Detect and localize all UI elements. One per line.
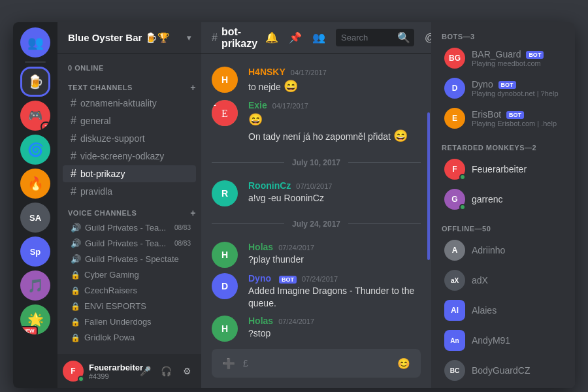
channel-name: bot-prikazy (221, 26, 257, 50)
text-channels-header[interactable]: TEXT CHANNELS + (57, 80, 201, 94)
message-text-holas2: ?stop (248, 327, 421, 340)
pin-icon[interactable]: 📌 (289, 31, 302, 44)
message-text-dyno: Added Imagine Dragons - Thunder to the q… (248, 285, 421, 310)
hash-icon: # (71, 97, 76, 109)
add-channel-icon[interactable]: + (190, 82, 196, 93)
member-info-dyno: Dyno BOT Playing dynobot.net | ?help (472, 79, 559, 97)
user-controls: 🎤 🎧 ⚙ (136, 362, 196, 380)
server-notification-badge: 1 (41, 122, 50, 131)
bell-icon[interactable]: 🔔 (265, 31, 278, 44)
member-brokolicek[interactable]: Br Brokolicek (436, 386, 570, 388)
member-andym91[interactable]: An AndyM91 (436, 326, 570, 355)
scroll-indicator (427, 112, 430, 260)
new-server-badge: NEW (20, 326, 38, 335)
author-h4nsky[interactable]: H4NSKY (248, 67, 286, 77)
message-dyno: D Dyno BOT 07/24/2017 Added Imagine Drag… (201, 270, 431, 313)
avatar-barguard: BG (444, 48, 465, 69)
server-list-divider (25, 61, 46, 63)
messages-area: H H4NSKY 04/17/2017 to nejde 😄 E (201, 54, 431, 349)
member-bodyguardcz[interactable]: BC BodyGuardCZ (436, 356, 570, 385)
server-icon-blue-oyster-bar[interactable]: 🍺 (20, 67, 50, 97)
message-text-roonincz: a!vg -eu RooninCz (248, 192, 421, 205)
author-dyno[interactable]: Dyno (248, 273, 271, 284)
lock-icon: 🔒 (71, 270, 80, 280)
member-status-erisbot: Playing Erisbot.com | .help (472, 120, 557, 127)
avatar-dyno: D (212, 273, 238, 299)
speaker-icon: 🔊 (71, 254, 81, 264)
message-text-h4nsky: to nejde 😄 (248, 78, 421, 95)
search-input[interactable] (341, 33, 393, 42)
server-icon-home[interactable]: 👥 (20, 27, 50, 57)
server-icon-5[interactable]: SA (20, 203, 50, 233)
add-voice-channel-icon[interactable]: + (190, 208, 196, 218)
member-erisbot[interactable]: E ErisBot BOT Playing Erisbot.com | .hel… (436, 104, 570, 133)
author-holas-2[interactable]: Holas (248, 316, 273, 326)
voice-channel-envi[interactable]: 🔒 ENVi ESPORTS (63, 299, 196, 314)
avatar-exie: E (212, 100, 238, 126)
section-header-monkeys: RETARDED MONKEYS—2 (431, 133, 575, 154)
online-dot-garrenc (459, 204, 466, 210)
message-holas-1: H Holas 07/24/2017 ?play thunder (201, 239, 431, 270)
microphone-button[interactable]: 🎤 (136, 362, 154, 380)
lock-icon: 🔒 (71, 333, 80, 342)
channel-hash: # (212, 32, 218, 44)
member-info-erisbot: ErisBot BOT Playing Erisbot.com | .help (472, 109, 557, 127)
search-bar[interactable]: 🔍 (336, 29, 414, 46)
online-count: 0 ONLINE (57, 59, 201, 74)
hash-icon: # (71, 186, 76, 197)
channel-diskuze[interactable]: # diskuze-support (63, 130, 196, 147)
member-alaies[interactable]: Al Alaies (436, 296, 570, 325)
channel-vide[interactable]: # vide-screeny-odkazy (63, 148, 196, 165)
speaker-icon: 🔊 (71, 223, 81, 233)
headset-button[interactable]: 🎧 (157, 362, 175, 380)
channel-pravidla[interactable]: # pravidla (63, 183, 196, 200)
member-adriinho[interactable]: A Adriinho (436, 236, 570, 265)
settings-button[interactable]: ⚙ (178, 362, 196, 380)
member-adx[interactable]: aX adX (436, 266, 570, 295)
add-attachment-icon[interactable]: ➕ (222, 357, 235, 370)
timestamp-holas1: 07/24/2017 (278, 244, 314, 252)
message-content-h4nsky: H4NSKY 04/17/2017 to nejde 😄 (248, 67, 421, 95)
message-input[interactable] (243, 358, 389, 368)
search-icon: 🔍 (397, 31, 410, 44)
server-icon-2[interactable]: 🎮 1 (20, 101, 50, 131)
channel-general[interactable]: # general (63, 112, 196, 129)
voice-channel-1[interactable]: 🔊 Guild Privates - Tea... 08/83 (63, 220, 196, 235)
voice-channels-header[interactable]: VOICE CHANNELS + (57, 205, 201, 220)
server-icon-7[interactable]: 🎵 (20, 270, 50, 301)
author-holas-1[interactable]: Holas (248, 242, 273, 252)
member-name-alaies: Alaies (472, 305, 497, 316)
voice-channel-cyber[interactable]: 🔒 Cyber Gaming (63, 267, 196, 282)
member-garrenc[interactable]: G garrenc (436, 185, 570, 214)
voice-channel-fallen[interactable]: 🔒 Fallen Underdogs (63, 314, 196, 329)
members-icon[interactable]: 👥 (312, 31, 325, 44)
server-icon-6[interactable]: Sp (20, 237, 50, 267)
member-dyno[interactable]: D Dyno BOT Playing dynobot.net | ?help (436, 74, 570, 103)
server-icon-8[interactable]: 🌟 NEW (20, 304, 50, 335)
timestamp-exie: 04/17/2017 (272, 102, 308, 110)
voice-channel-3[interactable]: 🔊 Guild Privates - Spectate (63, 252, 196, 267)
hash-icon: # (71, 115, 76, 127)
emoji-picker-icon[interactable]: 😊 (397, 357, 410, 370)
author-exie[interactable]: Exie (248, 100, 267, 110)
voice-channel-gridlok[interactable]: 🔒 Gridlok Powa (63, 330, 196, 345)
timestamp-h4nsky: 04/17/2017 (291, 69, 327, 76)
voice-channel-czech[interactable]: 🔒 CzechRaisers (63, 283, 196, 298)
current-user-info: Feuerarbeiter #4399 (89, 363, 131, 380)
channel-sidebar: Blue Oyster Bar 🍺🏆 ▾ 0 ONLINE TEXT CHANN… (57, 22, 201, 388)
server-icon-4[interactable]: 🔥 (20, 169, 50, 199)
author-roonincz[interactable]: RooninCz (248, 180, 291, 191)
member-name-barguard: BAR_Guard BOT (472, 49, 544, 59)
channel-oznameni[interactable]: # oznameni-aktuality (63, 95, 196, 112)
member-feuerarbeiter[interactable]: F Feuerarbeiter (436, 155, 570, 184)
member-name-adriinho: Adriinho (472, 245, 505, 255)
voice-channel-2[interactable]: 🔊 Guild Privates - Tea... 08/83 (63, 236, 196, 251)
current-user-tag: #4399 (89, 372, 131, 380)
message-content-holas1: Holas 07/24/2017 ?play thunder (248, 242, 421, 267)
server-name-bar[interactable]: Blue Oyster Bar 🍺🏆 ▾ (57, 22, 201, 54)
member-barguard[interactable]: BG BAR_Guard BOT Playing meedbot.com (436, 44, 570, 73)
timestamp-dyno: 07/24/2017 (302, 275, 338, 283)
server-icon-3[interactable]: 🌀 (20, 135, 50, 165)
channel-bot-prikazy[interactable]: # bot-prikazy (63, 165, 196, 182)
message-content-holas2: Holas 07/24/2017 ?stop (248, 316, 421, 340)
